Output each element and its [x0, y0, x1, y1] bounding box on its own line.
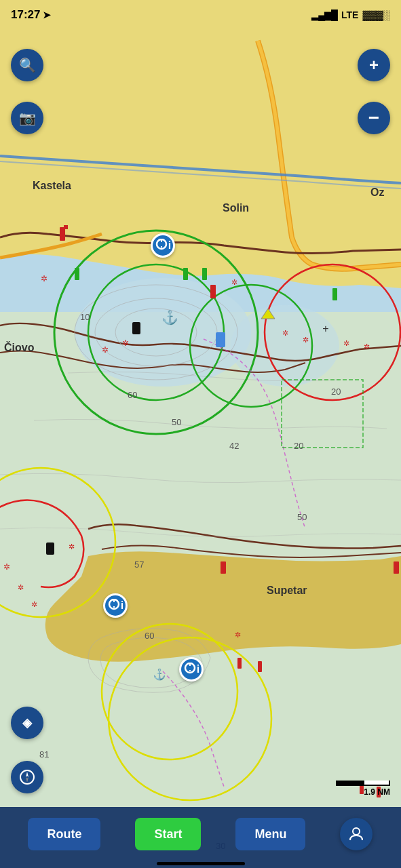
svg-text:✲: ✲: [102, 345, 109, 355]
network-type: LTE: [341, 9, 358, 20]
home-indicator: [157, 862, 245, 865]
minus-icon: −: [368, 107, 379, 129]
camera-icon: 📷: [19, 110, 36, 126]
signal-icon: ▂▄▆█: [311, 9, 337, 20]
layers-icon: ◈: [22, 715, 32, 730]
svg-rect-20: [258, 661, 262, 672]
svg-rect-17: [221, 561, 226, 574]
svg-rect-43: [132, 322, 140, 334]
start-button[interactable]: Start: [135, 818, 201, 850]
svg-point-2: [231, 305, 339, 387]
svg-rect-23: [75, 268, 79, 280]
svg-rect-14: [64, 225, 68, 229]
svg-text:✲: ✲: [282, 329, 288, 337]
svg-text:✲: ✲: [41, 274, 47, 283]
svg-text:✲: ✲: [303, 336, 309, 344]
compass-icon: [19, 769, 35, 785]
waypoint-1[interactable]: [151, 233, 175, 258]
svg-text:✲: ✲: [235, 631, 241, 639]
search-button[interactable]: 🔍: [11, 49, 43, 81]
svg-text:✲: ✲: [18, 583, 24, 591]
svg-point-60: [353, 828, 360, 835]
svg-rect-25: [202, 268, 207, 280]
svg-marker-58: [26, 772, 28, 777]
waypoint-3[interactable]: [179, 657, 204, 682]
svg-rect-15: [210, 285, 216, 298]
svg-text:✲: ✲: [231, 278, 237, 286]
svg-text:✲: ✲: [31, 600, 37, 608]
route-button[interactable]: Route: [28, 818, 100, 850]
menu-button[interactable]: Menu: [235, 818, 305, 850]
waypoint-2[interactable]: [103, 593, 128, 618]
svg-text:✲: ✲: [122, 338, 129, 348]
zoom-in-button[interactable]: +: [358, 49, 390, 81]
svg-text:+: +: [322, 323, 328, 334]
svg-rect-26: [332, 288, 337, 300]
camera-button[interactable]: 📷: [11, 102, 43, 134]
bottom-toolbar: Route Start Menu: [0, 807, 401, 868]
svg-rect-44: [46, 542, 54, 555]
compass-button[interactable]: [11, 761, 43, 793]
svg-marker-59: [26, 777, 28, 783]
map-container[interactable]: ✲ ✲ ✲ ✲ ✲ ✲ ✲ ✲ ✲ ✲ ✲ ✲ ✲ ⚓ ⚓ +: [0, 0, 401, 868]
svg-text:✲: ✲: [69, 542, 75, 551]
status-bar: 17:27 ➤ ▂▄▆█ LTE ▓▓▓░: [0, 0, 401, 30]
svg-rect-46: [216, 332, 225, 347]
location-icon: ➤: [43, 9, 51, 20]
scale-label: 1.9 NM: [364, 787, 390, 797]
zoom-out-button[interactable]: −: [358, 102, 390, 134]
scale-bar: 1.9 NM: [336, 781, 390, 797]
svg-text:✲: ✲: [3, 562, 10, 572]
user-location-button[interactable]: [340, 818, 373, 850]
svg-rect-16: [394, 561, 399, 574]
search-icon: 🔍: [19, 57, 36, 73]
svg-text:⚓: ⚓: [153, 668, 166, 681]
svg-rect-24: [183, 268, 188, 280]
layers-button[interactable]: ◈: [11, 707, 43, 739]
svg-text:⚓: ⚓: [161, 309, 178, 326]
svg-text:✲: ✲: [364, 342, 370, 351]
svg-rect-19: [237, 658, 242, 669]
battery-icon: ▓▓▓░: [362, 9, 390, 20]
time-label: 17:27: [11, 8, 40, 22]
svg-text:✲: ✲: [343, 339, 349, 347]
user-icon: [348, 826, 364, 842]
plus-icon: +: [369, 56, 379, 75]
